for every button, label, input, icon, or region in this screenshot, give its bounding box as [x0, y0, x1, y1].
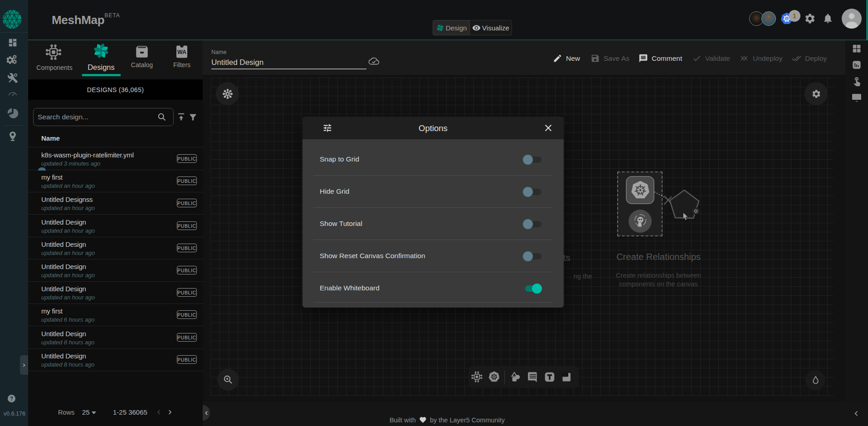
svg-text:WA: WA	[177, 49, 186, 55]
